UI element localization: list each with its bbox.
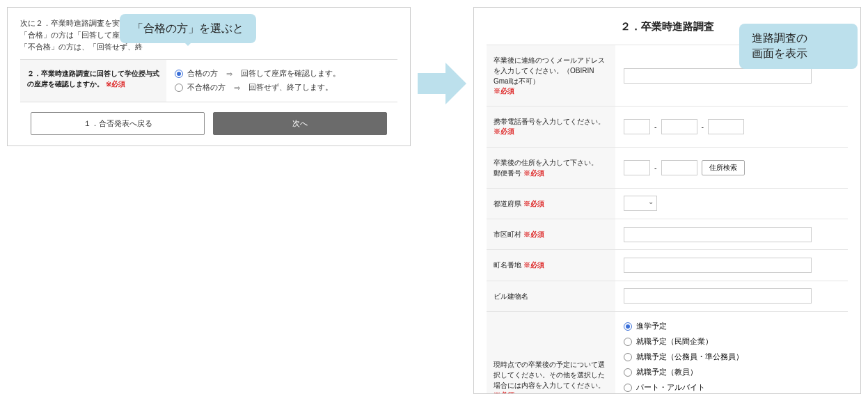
- separator: -: [654, 123, 657, 131]
- city-field: [615, 219, 848, 249]
- option-fail-desc: 回答せず、終了します。: [248, 83, 333, 93]
- building-field: [615, 281, 848, 311]
- building-label: ビル建物名: [487, 281, 615, 311]
- pref-select[interactable]: [624, 196, 657, 211]
- row-plan: 現時点での卒業後の予定について選択してください。その他を選択した場合には内容を入…: [487, 311, 848, 395]
- required-mark: ※必須: [494, 391, 608, 394]
- label-text: 携帯電話番号を入力してください。: [494, 116, 608, 127]
- button-row: １．合否発表へ戻る 次へ: [20, 112, 397, 135]
- plan-option-label: 就職予定（民間企業）: [636, 337, 713, 347]
- city-input[interactable]: [624, 227, 812, 242]
- option-pass-desc: 回答して座席を確認します。: [241, 69, 340, 79]
- survey-confirm-row: ２．卒業時進路調査に回答して学位授与式の座席を確認しますか。 ※必須 合格の方 …: [20, 59, 397, 102]
- flow-arrow-icon: [418, 63, 466, 104]
- option-fail[interactable]: 不合格の方 ⇒ 回答せず、終了します。: [175, 81, 389, 95]
- city-label: 市区町村 ※必須: [487, 219, 615, 249]
- intro-line-3: 「不合格」の方は、「回答せず、終: [20, 42, 143, 51]
- radio-icon: [175, 70, 183, 78]
- email-label: 卒業後に連絡のつくメールアドレスを入力してください。（OBIRIN Gmailは…: [487, 45, 615, 106]
- plan-option[interactable]: 就職予定（民間企業）: [624, 334, 839, 349]
- building-input[interactable]: [624, 288, 812, 304]
- plan-option-label: 就職予定（公務員・準公務員）: [636, 352, 743, 362]
- radio-icon: [624, 384, 632, 392]
- row-pref: 都道府県 ※必須: [487, 188, 848, 219]
- phone-label: 携帯電話番号を入力してください。 ※必須: [487, 107, 615, 146]
- postal-input-1[interactable]: [624, 160, 650, 175]
- callout-text: 「合格の方」を選ぶと: [132, 22, 244, 34]
- required-mark: ※必須: [523, 200, 544, 207]
- label-text: 市区町村: [494, 230, 521, 238]
- street-label: 町名番地 ※必須: [487, 250, 615, 280]
- label-text: 現時点での卒業後の予定について選択してください。その他を選択した場合には内容を入…: [494, 359, 608, 391]
- address-search-button[interactable]: 住所検索: [702, 160, 745, 175]
- question-text: ２．卒業時進路調査に回答して学位授与式の座席を確認しますか。: [27, 70, 159, 88]
- plan-option-label: パート・アルバイト: [636, 383, 705, 393]
- email-input[interactable]: [624, 68, 812, 84]
- callout-select-pass: 「合格の方」を選ぶと: [120, 14, 256, 43]
- separator: -: [702, 123, 704, 131]
- required-mark: ※必須: [494, 127, 608, 136]
- street-input[interactable]: [624, 258, 812, 273]
- radio-icon: [624, 353, 632, 361]
- required-mark: ※必須: [106, 80, 125, 88]
- plan-option[interactable]: 就職予定（公務員・準公務員）: [624, 349, 839, 365]
- arrow-icon: ⇒: [226, 70, 232, 78]
- phone-field: - -: [615, 107, 848, 146]
- phone-input-1[interactable]: [624, 119, 650, 134]
- label-text: 都道府県: [494, 200, 521, 207]
- label-text-2: 郵便番号: [494, 169, 521, 177]
- postal-field: - 住所検索: [615, 148, 848, 188]
- callout-text-2: 画面を表示: [752, 47, 807, 59]
- row-city: 市区町村 ※必須: [487, 219, 848, 249]
- postal-label: 卒業後の住所を入力して下さい。 郵便番号 ※必須: [487, 148, 615, 188]
- radio-icon: [624, 338, 632, 346]
- row-building: ビル建物名: [487, 281, 848, 311]
- label-text: ビル建物名: [494, 291, 608, 301]
- survey-confirm-options: 合格の方 ⇒ 回答して座席を確認します。 不合格の方 ⇒ 回答せず、終了します。: [166, 60, 397, 102]
- separator: -: [654, 164, 657, 172]
- plan-option[interactable]: 進学予定: [624, 319, 839, 334]
- required-mark: ※必須: [523, 261, 544, 269]
- option-pass-label: 合格の方: [187, 69, 218, 79]
- street-field: [615, 250, 848, 280]
- radio-icon: [624, 322, 632, 331]
- option-pass[interactable]: 合格の方 ⇒ 回答して座席を確認します。: [175, 67, 389, 81]
- required-mark: ※必須: [523, 230, 544, 238]
- arrow-icon: ⇒: [234, 84, 240, 92]
- postal-input-2[interactable]: [661, 160, 697, 175]
- row-postal: 卒業後の住所を入力して下さい。 郵便番号 ※必須 - 住所検索: [487, 147, 848, 188]
- radio-icon: [175, 84, 183, 92]
- back-button[interactable]: １．合否発表へ戻る: [31, 112, 205, 135]
- row-phone: 携帯電話番号を入力してください。 ※必須 - -: [487, 106, 848, 146]
- plan-option[interactable]: パート・アルバイト: [624, 380, 839, 395]
- label-text: 卒業後に連絡のつくメールアドレスを入力してください。（OBIRIN Gmailは…: [494, 55, 608, 86]
- plan-label: 現時点での卒業後の予定について選択してください。その他を選択した場合には内容を入…: [487, 312, 615, 395]
- callout-text-1: 進路調査の: [752, 32, 807, 44]
- svg-marker-0: [418, 63, 466, 104]
- phone-input-2[interactable]: [661, 119, 697, 134]
- callout-show-survey: 進路調査の 画面を表示: [739, 24, 858, 69]
- next-button[interactable]: 次へ: [213, 112, 387, 135]
- survey-confirm-label: ２．卒業時進路調査に回答して学位授与式の座席を確認しますか。 ※必須: [20, 60, 166, 102]
- radio-icon: [624, 368, 632, 377]
- phone-input-3[interactable]: [708, 119, 744, 134]
- option-fail-label: 不合格の方: [187, 83, 226, 93]
- plan-option[interactable]: 就職予定（教員）: [624, 365, 839, 380]
- plan-option-label: 進学予定: [636, 322, 667, 331]
- plan-option-label: 就職予定（教員）: [636, 368, 697, 377]
- required-mark: ※必須: [523, 169, 544, 177]
- label-text: 町名番地: [494, 261, 521, 269]
- pref-field: [615, 189, 848, 219]
- row-street: 町名番地 ※必須: [487, 249, 848, 280]
- pref-label: 都道府県 ※必須: [487, 189, 615, 219]
- label-text-1: 卒業後の住所を入力して下さい。: [494, 157, 608, 168]
- required-mark: ※必須: [494, 86, 608, 96]
- plan-options: 進学予定就職予定（民間企業）就職予定（公務員・準公務員）就職予定（教員）パート・…: [615, 312, 848, 395]
